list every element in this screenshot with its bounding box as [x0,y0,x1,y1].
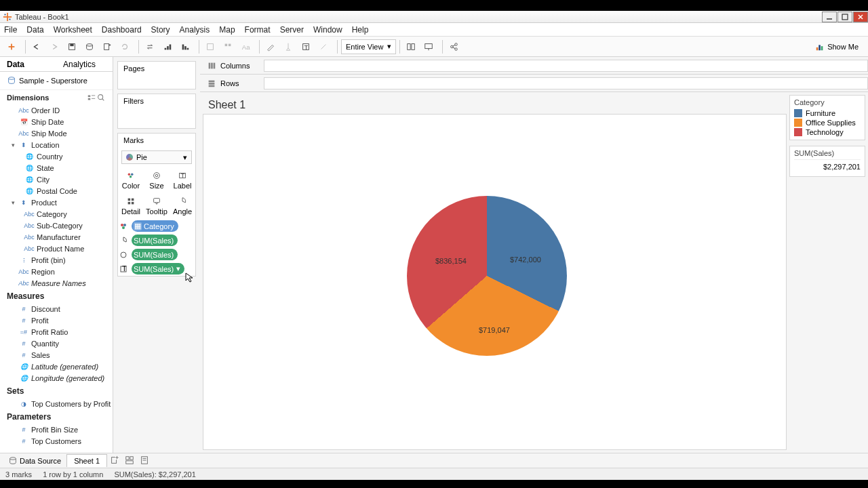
dimension-field[interactable]: AbcRegion [0,266,113,277]
menu-help[interactable]: Help [352,25,369,35]
search-icon[interactable] [96,93,106,102]
marks-angle[interactable]: Angle [170,193,195,219]
redo-button[interactable] [47,39,62,54]
measure-field[interactable]: 🌐Longitude (generated) [0,372,113,384]
close-button[interactable] [853,12,868,22]
sort-asc-button[interactable] [160,39,175,54]
menu-worksheet[interactable]: Worksheet [54,25,92,35]
measure-field[interactable]: =#Profit Ratio [0,326,113,338]
fit-dropdown[interactable]: Entire View ▾ [341,39,396,54]
measure-field[interactable]: #Sales [0,349,113,361]
dimension-field[interactable]: AbcOrder ID [0,104,113,116]
tableau-logo-icon [3,12,12,22]
legend-category[interactable]: Category Furniture Office Supplies Techn… [789,95,865,140]
new-data-button[interactable] [82,39,97,54]
angle-icon [178,197,187,206]
dimension-field[interactable]: AbcManufacturer [0,231,113,243]
minimize-button[interactable] [822,12,837,22]
marks-size[interactable]: Size [144,167,170,193]
refresh-button[interactable] [117,39,132,54]
share-button[interactable] [446,39,461,54]
measure-field[interactable]: #Quantity [0,338,113,349]
menu-file[interactable]: File [4,25,17,35]
data-source-item[interactable]: Sample - Superstore [0,72,113,90]
maximize-button[interactable] [837,12,852,22]
marks-tooltip[interactable]: Tooltip [144,193,170,219]
wand-button[interactable] [316,39,331,54]
pill-sum-sales-size[interactable]: SUM(Sales) [132,249,178,260]
menu-server[interactable]: Server [280,25,304,35]
highlight-button[interactable] [263,39,278,54]
menu-story[interactable]: Story [151,25,170,35]
sort-desc-button[interactable] [178,39,193,54]
pill-category[interactable]: ▦Category [132,220,178,232]
collapse-icon[interactable]: ▾ [7,142,19,148]
tab-analytics[interactable]: Analytics [56,57,113,71]
rows-shelf[interactable]: Rows [200,75,868,92]
menu-window[interactable]: Window [313,25,342,35]
text-button[interactable]: T [298,39,313,54]
legend-sum[interactable]: SUM(Sales) $2,297,201 [789,146,865,177]
totals-button[interactable] [203,39,218,54]
dimension-field[interactable]: AbcShip Mode [0,127,113,139]
legend-item[interactable]: Technology [794,127,861,137]
menu-map[interactable]: Map [219,25,235,35]
new-story-button[interactable] [137,455,152,466]
new-sheet-button[interactable] [100,39,115,54]
param-field[interactable]: #Top Customers [0,435,113,447]
param-field[interactable]: #Profit Bin Size [0,424,113,435]
measure-field[interactable]: #Profit [0,314,113,326]
dimension-field[interactable]: AbcMeasure Names [0,277,113,289]
mark-type-dropdown[interactable]: Pie▾ [121,150,192,164]
dimension-field[interactable]: 🌐Country [0,150,113,162]
menu-dashboard[interactable]: Dashboard [102,25,142,35]
view-icon[interactable] [87,93,96,102]
show-me-button[interactable]: Show Me [810,42,864,52]
dimension-field[interactable]: AbcProduct Name [0,243,113,254]
tableau-icon[interactable] [4,39,19,54]
menu-format[interactable]: Format [245,25,271,35]
new-dashboard-button[interactable] [122,455,137,466]
menu-data[interactable]: Data [26,25,43,35]
sheet-title[interactable]: Sheet 1 [200,92,789,114]
cards-button[interactable] [403,39,418,54]
new-worksheet-button[interactable] [107,455,122,466]
show-labels-button[interactable]: Aa [238,39,253,54]
dimension-field[interactable]: 📅Ship Date [0,116,113,127]
save-button[interactable] [64,39,79,54]
hierarchy-product[interactable]: ▾⬍Product [0,197,113,208]
pill-sum-sales-label[interactable]: SUM(Sales)▾ [132,263,184,274]
columns-shelf[interactable]: Columns [200,57,868,75]
tab-sheet1[interactable]: Sheet 1 [66,454,107,467]
swap-button[interactable] [142,39,157,54]
present-button[interactable] [421,39,436,54]
marks-color[interactable]: Color [118,167,144,193]
measure-field[interactable]: #Discount [0,303,113,314]
hierarchy-location[interactable]: ▾⬍Location [0,139,113,150]
dimension-field[interactable]: 🌐State [0,162,113,174]
svg-rect-20 [184,46,186,49]
dimension-field[interactable]: 🌐Postal Code [0,185,113,197]
group-button[interactable] [220,39,235,54]
marks-label[interactable]: TLabel [170,167,195,193]
legend-item[interactable]: Office Supplies [794,118,861,127]
dimension-field[interactable]: AbcSub-Category [0,220,113,231]
chevron-down-icon[interactable]: ▾ [176,264,180,273]
viz-canvas[interactable]: $742,000 $719,047 $836,154 [203,114,787,450]
dimension-field[interactable]: AbcCategory [0,208,113,220]
dimension-field[interactable]: 🌐City [0,174,113,185]
collapse-icon[interactable]: ▾ [7,199,19,206]
tab-data-source[interactable]: Data Source [3,456,66,466]
set-field[interactable]: ◑Top Customers by Profit [0,398,113,409]
tab-data[interactable]: Data [0,57,56,71]
legend-item[interactable]: Furniture [794,108,861,118]
measure-field[interactable]: 🌐Latitude (generated) [0,361,113,372]
undo-button[interactable] [29,39,44,54]
marks-detail[interactable]: Detail [118,193,144,219]
pill-sum-sales-angle[interactable]: SUM(Sales) [132,235,178,246]
dimension-field[interactable]: ⫶Profit (bin) [0,254,113,266]
menu-analysis[interactable]: Analysis [180,25,210,35]
filters-shelf[interactable]: Filters [117,94,196,129]
pin-button[interactable] [281,39,296,54]
pages-shelf[interactable]: Pages [117,61,196,89]
